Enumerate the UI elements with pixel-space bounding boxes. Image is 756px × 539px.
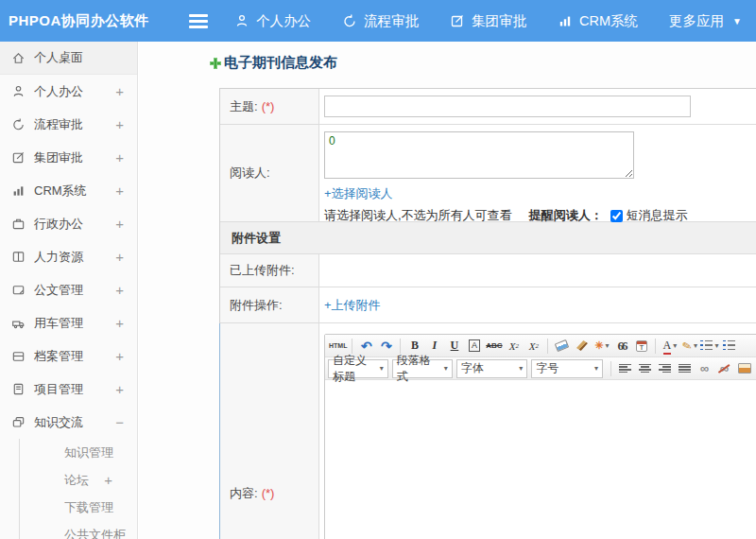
sidebar-item-admin-office[interactable]: 行政办公 +: [0, 207, 137, 240]
document-folder-icon: [11, 283, 26, 297]
uploaded-attachments-value: [319, 254, 756, 287]
align-right-icon[interactable]: [655, 359, 675, 378]
expand-plus-icon[interactable]: +: [115, 149, 124, 165]
nav-crm[interactable]: CRM系统: [558, 12, 638, 30]
justify-icon[interactable]: [675, 359, 695, 378]
sms-reminder-checkbox[interactable]: [610, 210, 623, 222]
expand-plus-icon[interactable]: +: [115, 116, 124, 132]
editor-toolbar-row1: HTML ↶ ↷ B I U A ABC X2 X2: [325, 335, 756, 357]
underline-button[interactable]: U: [444, 337, 464, 356]
expand-plus-icon[interactable]: +: [115, 83, 124, 99]
attachment-action-row: 附件操作: +上传附件: [220, 287, 756, 322]
strikethrough-button[interactable]: ABC: [484, 337, 504, 356]
subject-row: 主题: (*): [220, 89, 756, 124]
ordered-list-icon[interactable]: ▾: [699, 337, 719, 356]
attachment-action-label: 附件操作:: [230, 297, 283, 314]
main-content: 电子期刊信息发布 主题: (*) 阅读人: 0 +选择阅: [139, 42, 756, 539]
reminder-label: 提醒阅读人：: [529, 207, 603, 224]
top-nav: 个人办公 流程审批 集团审批 CRM系统 更多应用 ▼: [234, 12, 742, 30]
sidebar-item-flow-approval[interactable]: 流程审批 +: [0, 108, 137, 141]
subject-input[interactable]: [324, 96, 691, 117]
image-icon[interactable]: [734, 359, 754, 378]
group-approval-icon: [11, 150, 26, 165]
highlight-marker-icon[interactable]: ✎▾: [679, 337, 699, 356]
sidebar-item-personal-office[interactable]: 个人办公 +: [0, 75, 137, 108]
reader-label: 阅读人:: [230, 165, 270, 182]
select-reader-link[interactable]: +选择阅读人: [324, 185, 756, 202]
crm-chart-icon: [11, 183, 26, 198]
expand-plus-icon[interactable]: +: [115, 282, 124, 298]
nav-more-apps[interactable]: 更多应用: [669, 12, 724, 30]
insert-link-icon[interactable]: ∞: [695, 359, 714, 378]
sidebar-subitem-forum[interactable]: 论坛 +: [20, 466, 137, 494]
knowledge-chat-icon: [11, 415, 26, 429]
editor-content-area[interactable]: [325, 380, 756, 539]
auto-typeset-icon[interactable]: ✳▾: [592, 337, 611, 356]
expand-plus-icon[interactable]: +: [104, 472, 112, 488]
expand-plus-icon[interactable]: +: [115, 249, 124, 265]
sidebar-item-knowledge[interactable]: 知识交流 −: [0, 406, 137, 439]
sidebar-subitem-knowledge-mgmt[interactable]: 知识管理: [20, 439, 137, 466]
reader-hint: 请选择阅读人,不选为所有人可查看: [324, 207, 512, 224]
font-size-select[interactable]: 字号▾: [531, 359, 603, 378]
sidebar-item-crm[interactable]: CRM系统 +: [0, 174, 137, 207]
flow-approval-icon: [11, 117, 26, 131]
subscript-button[interactable]: X2: [524, 337, 543, 356]
format-painter-icon[interactable]: [572, 337, 592, 356]
sidebar-item-hr[interactable]: 人力资源 +: [0, 240, 137, 273]
uploaded-label: 已上传附件:: [230, 262, 295, 279]
editor-toolbar-row2: 自定义标题▾ 段落格式▾ 字体▾ 字号▾ ∞ ∞: [325, 357, 756, 380]
publish-form: 主题: (*) 阅读人: 0 +选择阅读人 请选择阅读人,不选为所有人可查看: [219, 88, 756, 539]
align-left-icon[interactable]: [615, 359, 635, 378]
font-family-select[interactable]: 字体▾: [456, 359, 528, 378]
font-border-button[interactable]: A: [464, 337, 484, 356]
sidebar-item-desktop[interactable]: 个人桌面: [0, 42, 137, 75]
reader-row: 阅读人: 0 +选择阅读人 请选择阅读人,不选为所有人可查看 提醒阅读人： 短消…: [220, 124, 756, 221]
briefcase-icon: [11, 217, 26, 231]
rich-text-editor: HTML ↶ ↷ B I U A ABC X2 X2: [324, 334, 756, 539]
green-plus-icon: [210, 58, 221, 69]
upload-attachment-link[interactable]: +上传附件: [324, 297, 381, 314]
sidebar: 个人桌面 个人办公 + 流程审批 + 集团审批 + CRM系统 + 行政办公 +: [0, 42, 138, 539]
superscript-button[interactable]: X2: [504, 337, 524, 356]
sidebar-item-archives[interactable]: 档案管理 +: [0, 339, 137, 373]
expand-plus-icon[interactable]: +: [115, 315, 124, 331]
sidebar-subitem-downloads[interactable]: 下载管理: [20, 494, 137, 521]
crm-chart-icon: [558, 13, 573, 28]
font-color-button[interactable]: A▾: [660, 337, 679, 356]
expand-plus-icon[interactable]: +: [115, 183, 124, 199]
sidebar-item-documents[interactable]: 公文管理 +: [0, 273, 137, 306]
collapse-minus-icon[interactable]: −: [115, 414, 124, 430]
expand-plus-icon[interactable]: +: [115, 381, 124, 397]
knowledge-submenu: 知识管理 论坛 + 下载管理 公共文件柜: [19, 439, 137, 539]
caret-down-icon[interactable]: ▼: [732, 16, 742, 26]
remove-link-icon[interactable]: ∞: [714, 359, 734, 378]
remove-format-eraser-icon[interactable]: [552, 337, 572, 356]
home-icon: [11, 51, 26, 65]
expand-plus-icon[interactable]: +: [115, 216, 124, 232]
nav-flow-approval[interactable]: 流程审批: [342, 12, 419, 30]
sidebar-item-vehicles[interactable]: 用车管理 +: [0, 306, 137, 339]
sidebar-item-group-approval[interactable]: 集团审批 +: [0, 141, 137, 174]
project-icon: [11, 382, 26, 396]
nav-personal-office[interactable]: 个人办公: [234, 12, 311, 30]
sidebar-subitem-public-files[interactable]: 公共文件柜: [20, 521, 137, 539]
app-window: PHPOA协同办公软件 个人办公 流程审批 集团审批 CRM系统 更多应用: [0, 0, 756, 539]
reader-textarea[interactable]: 0: [324, 131, 634, 179]
redo-icon[interactable]: ↷: [376, 337, 396, 356]
sidebar-item-projects[interactable]: 项目管理 +: [0, 373, 137, 406]
flow-approval-icon: [342, 13, 357, 28]
hr-book-icon: [11, 250, 26, 264]
unordered-list-icon[interactable]: [719, 337, 739, 356]
nav-group-approval[interactable]: 集团审批: [450, 12, 526, 30]
blockquote-icon[interactable]: 66: [611, 337, 631, 356]
paragraph-format-select[interactable]: 段落格式▾: [392, 359, 453, 378]
align-center-icon[interactable]: [635, 359, 655, 378]
archive-box-icon: [11, 349, 26, 363]
menu-toggle-icon[interactable]: [189, 14, 208, 28]
content-label: 内容:: [230, 485, 258, 502]
insert-date-icon[interactable]: [631, 337, 651, 356]
sms-label: 短消息提示: [627, 207, 688, 224]
heading-select[interactable]: 自定义标题▾: [328, 359, 388, 378]
expand-plus-icon[interactable]: +: [115, 348, 124, 364]
